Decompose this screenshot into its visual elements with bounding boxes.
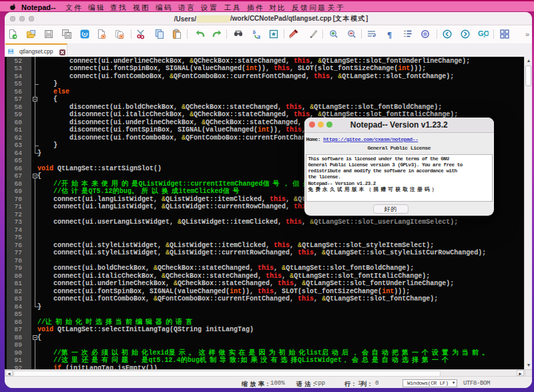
svg-text:GO: GO: [478, 29, 489, 37]
svg-text:b: b: [253, 29, 256, 35]
svg-text:»: »: [525, 30, 529, 38]
svg-text:¶: ¶: [387, 29, 392, 39]
